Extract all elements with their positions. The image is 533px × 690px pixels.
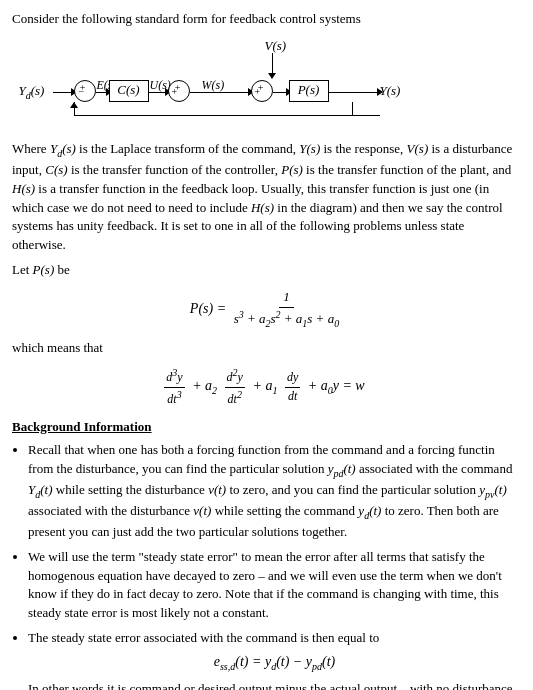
ode-formula: d3y dt3 + a2 d2y dt2 + a1 dy dt + a0y = … xyxy=(12,366,521,408)
yd-label: Yd(s) xyxy=(19,82,45,103)
bullet-2: We will use the term "steady state error… xyxy=(28,548,521,623)
ess-d-formula: ess,d(t) = yd(t) − ypd(t) xyxy=(28,652,521,674)
ys-label: Y(s) xyxy=(380,82,401,101)
sum-circle-1: + − xyxy=(74,80,96,102)
which-means-text: which means that xyxy=(12,339,521,358)
ps-box: P(s) xyxy=(289,80,329,102)
intro-text: Consider the following standard form for… xyxy=(12,10,521,29)
background-info-title: Background Information xyxy=(12,418,521,437)
sum-circle-3: + + xyxy=(251,80,273,102)
w-label: W(s) xyxy=(202,77,225,94)
background-bullets: Recall that when one has both a forcing … xyxy=(28,441,521,690)
cs-box: C(s) xyxy=(109,80,149,102)
bullet-3: The steady state error associated with t… xyxy=(28,629,521,690)
where-paragraph: Where Yd(s) is the Laplace transform of … xyxy=(12,140,521,255)
let-p-text: Let P(s) be xyxy=(12,261,521,280)
v-label: V(s) xyxy=(265,37,287,56)
bullet-1: Recall that when one has both a forcing … xyxy=(28,441,521,542)
sum-circle-2: + + xyxy=(168,80,190,102)
ps-formula: P(s) = 1 s3 + a2s2 + a1s + a0 xyxy=(12,288,521,331)
